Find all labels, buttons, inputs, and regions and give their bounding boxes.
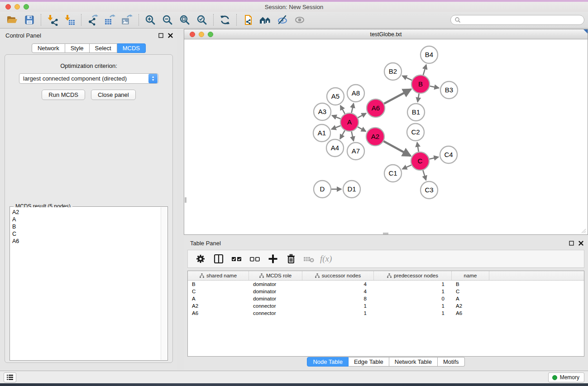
- graph-node-D[interactable]: D: [314, 181, 331, 198]
- table-settings-gear-icon[interactable]: [192, 252, 209, 266]
- graph-node-C1[interactable]: C1: [384, 165, 402, 182]
- table-cell[interactable]: B: [452, 281, 489, 287]
- table-cell[interactable]: 8: [302, 296, 374, 301]
- table-cell[interactable]: 1: [374, 303, 452, 309]
- mcds-result-item[interactable]: A: [12, 216, 161, 223]
- table-row[interactable]: Bdominator41B: [188, 281, 584, 288]
- column-header-shared-name[interactable]: shared name: [188, 271, 249, 280]
- table-cell[interactable]: 1: [302, 310, 374, 316]
- table-cell[interactable]: 1: [374, 289, 452, 294]
- tab-style[interactable]: Style: [65, 43, 90, 53]
- close-window-button[interactable]: [5, 4, 11, 10]
- table-cell[interactable]: 1: [374, 310, 452, 316]
- graph-node-A[interactable]: A: [340, 113, 359, 131]
- deselect-all-icon[interactable]: [247, 252, 263, 266]
- export-table-icon[interactable]: [101, 13, 119, 27]
- graph-node-A6[interactable]: A6: [367, 99, 385, 117]
- zoom-in-icon[interactable]: [142, 13, 159, 27]
- delete-table-icon-disabled[interactable]: [301, 252, 317, 266]
- tab-motifs[interactable]: Motifs: [438, 357, 465, 367]
- network-graph[interactable]: AA1A2A3A4A5A6A7A8BB1B2B3B4CC1C2C3C4DD1: [185, 40, 587, 234]
- float-table-panel-icon[interactable]: [569, 241, 574, 246]
- table-cell[interactable]: B: [188, 281, 249, 287]
- first-neighbors-icon[interactable]: [257, 13, 274, 27]
- refresh-layout-icon[interactable]: [216, 13, 234, 27]
- column-header-name[interactable]: name: [452, 271, 489, 280]
- zoom-fit-icon[interactable]: [176, 13, 193, 27]
- graph-node-A1[interactable]: A1: [313, 124, 330, 142]
- mcds-result-list[interactable]: A2ABCA6: [10, 207, 161, 360]
- export-network-icon[interactable]: [84, 13, 101, 27]
- float-panel-icon[interactable]: [158, 33, 163, 38]
- tab-node-table[interactable]: Node Table: [307, 357, 349, 367]
- mcds-result-item[interactable]: A6: [12, 238, 161, 245]
- save-session-icon[interactable]: [21, 13, 38, 27]
- task-history-button[interactable]: [4, 372, 16, 382]
- table-cell[interactable]: 0: [374, 296, 452, 301]
- graph-node-A8[interactable]: A8: [347, 85, 364, 102]
- table-cell[interactable]: 1: [302, 303, 374, 309]
- show-all-icon[interactable]: [291, 13, 308, 27]
- create-column-icon[interactable]: [265, 252, 281, 266]
- tab-edge-table[interactable]: Edge Table: [349, 357, 389, 367]
- mcds-result-item[interactable]: A2: [12, 209, 161, 216]
- graph-edge-A2-C[interactable]: [383, 141, 410, 156]
- table-cell[interactable]: A: [188, 296, 249, 301]
- graph-edge-C-C2[interactable]: [417, 143, 419, 152]
- graph-node-C2[interactable]: C2: [407, 124, 424, 141]
- resize-grip-icon[interactable]: [581, 228, 586, 234]
- mcds-result-item[interactable]: B: [12, 223, 161, 230]
- graph-node-A7[interactable]: A7: [347, 143, 364, 160]
- graph-node-D1[interactable]: D1: [343, 181, 360, 198]
- table-cell[interactable]: A6: [188, 310, 249, 316]
- graph-edge-A6-B[interactable]: [384, 89, 411, 104]
- table-cell[interactable]: 4: [302, 281, 374, 287]
- network-canvas[interactable]: AA1A2A3A4A5A6A7A8BB1B2B3B4CC1C2C3C4DD1: [185, 40, 587, 234]
- graph-edge-A-A5[interactable]: [340, 105, 345, 114]
- graph-edge-C-C4[interactable]: [429, 157, 438, 159]
- minimize-window-button[interactable]: [14, 4, 20, 10]
- memory-button[interactable]: Memory: [548, 372, 584, 382]
- mcds-result-item[interactable]: C: [12, 230, 161, 238]
- open-file-icon[interactable]: [4, 13, 21, 27]
- graph-node-A3[interactable]: A3: [314, 103, 331, 120]
- graph-node-C4[interactable]: C4: [440, 146, 457, 163]
- network-zoom-button[interactable]: [208, 32, 213, 37]
- table-cell[interactable]: dominator: [249, 289, 302, 294]
- close-panel-button[interactable]: Close panel: [91, 90, 136, 100]
- graph-node-C3[interactable]: C3: [421, 181, 438, 199]
- tab-select[interactable]: Select: [90, 43, 117, 53]
- result-scrollbar[interactable]: [161, 207, 167, 360]
- graph-node-B[interactable]: B: [411, 75, 430, 93]
- column-header-MCDS-role[interactable]: MCDS role: [249, 271, 302, 280]
- table-cell[interactable]: A2: [452, 303, 489, 309]
- table-cell[interactable]: connector: [249, 303, 302, 309]
- table-cell[interactable]: A: [452, 296, 489, 301]
- graph-edge-B-B1[interactable]: [418, 94, 419, 102]
- graph-node-A2[interactable]: A2: [366, 128, 384, 146]
- table-cell[interactable]: C: [188, 289, 249, 294]
- table-cell[interactable]: 1: [374, 281, 452, 287]
- graph-node-B1[interactable]: B1: [407, 104, 425, 121]
- search-input[interactable]: [450, 15, 584, 25]
- close-panel-icon[interactable]: [168, 33, 173, 38]
- zoom-window-button[interactable]: [24, 4, 29, 10]
- tab-network-table[interactable]: Network Table: [389, 357, 438, 367]
- table-row[interactable]: A6connector11A6: [188, 310, 584, 317]
- zoom-selected-icon[interactable]: [193, 13, 210, 27]
- function-builder-fx-icon[interactable]: f(x): [319, 254, 332, 264]
- graph-node-B2[interactable]: B2: [384, 63, 402, 80]
- graph-edge-B-B3[interactable]: [430, 86, 439, 88]
- horizontal-scroll-indicator[interactable]: [383, 233, 388, 234]
- search-input-field[interactable]: [463, 17, 580, 23]
- clone-network-icon[interactable]: [239, 13, 257, 27]
- graph-edge-B-B4[interactable]: [423, 65, 426, 75]
- export-image-icon[interactable]: [119, 13, 136, 27]
- table-cell[interactable]: dominator: [249, 296, 302, 301]
- tab-network[interactable]: Network: [32, 43, 65, 53]
- import-network-icon[interactable]: [44, 13, 61, 27]
- graph-node-A4[interactable]: A4: [326, 139, 344, 157]
- select-all-icon[interactable]: [229, 252, 245, 266]
- table-cell[interactable]: A2: [188, 303, 249, 309]
- table-cell[interactable]: connector: [249, 310, 302, 316]
